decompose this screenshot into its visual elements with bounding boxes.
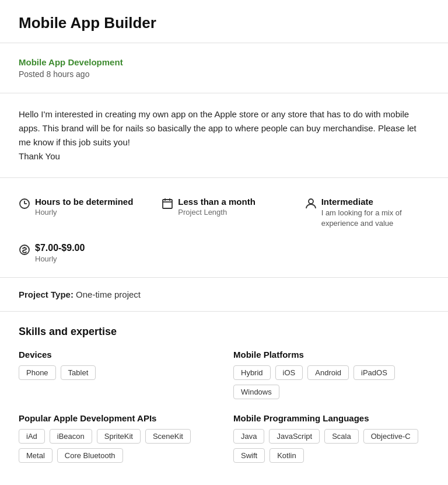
rate-row: $7.00-$9.00 Hourly xyxy=(19,243,429,263)
skill-group-title: Mobile Platforms xyxy=(233,350,429,360)
tag[interactable]: Tablet xyxy=(61,365,96,380)
tags-row: HybridiOSAndroidiPadOSWindows xyxy=(233,365,429,399)
project-type-value: One-time project xyxy=(76,289,141,299)
meta-hours-text: Hours to be determined Hourly xyxy=(35,197,133,217)
job-meta-row: Hours to be determined Hourly Less than … xyxy=(19,192,429,233)
tag[interactable]: Android xyxy=(307,365,349,380)
rate-text: $7.00-$9.00 Hourly xyxy=(35,243,85,263)
tag[interactable]: SpriteKit xyxy=(97,429,141,444)
meta-section: Hours to be determined Hourly Less than … xyxy=(0,178,448,278)
tag[interactable]: Hybrid xyxy=(233,365,271,380)
tag[interactable]: Windows xyxy=(233,385,279,399)
skill-group-right-1: Mobile Programming LanguagesJavaJavaScri… xyxy=(233,413,429,463)
svg-rect-3 xyxy=(163,200,172,208)
clock-icon xyxy=(19,197,30,211)
tag[interactable]: Phone xyxy=(19,365,56,380)
skill-group-right-0: Mobile PlatformsHybridiOSAndroidiPadOSWi… xyxy=(233,350,429,399)
meta-length: Less than a month Project Length xyxy=(162,197,286,217)
skill-group-left-1: Popular Apple Development APIsiAdiBeacon… xyxy=(19,413,215,463)
tag[interactable]: iBeacon xyxy=(50,429,92,444)
person-icon xyxy=(305,197,317,211)
skills-grid: DevicesPhoneTabletMobile PlatformsHybrid… xyxy=(19,350,429,463)
page-title: Mobile App Builder xyxy=(19,14,429,32)
skills-heading: Skills and expertise xyxy=(19,326,429,338)
page-header: Mobile App Builder xyxy=(0,0,448,43)
tags-row: PhoneTablet xyxy=(19,365,215,380)
calendar-icon xyxy=(162,197,173,211)
skill-group-title: Popular Apple Development APIs xyxy=(19,413,215,423)
skill-group-title: Devices xyxy=(19,350,215,360)
tag[interactable]: iAd xyxy=(19,429,45,444)
tag[interactable]: JavaScript xyxy=(269,429,320,444)
tag[interactable]: Objective-C xyxy=(363,429,418,444)
skill-group-title: Mobile Programming Languages xyxy=(233,413,429,423)
page-wrapper: Mobile App Builder Mobile App Developmen… xyxy=(0,0,448,485)
tag[interactable]: Scala xyxy=(324,429,359,444)
job-title-link[interactable]: Mobile App Development xyxy=(19,57,123,67)
skill-group-left-0: DevicesPhoneTablet xyxy=(19,350,215,399)
meta-hours: Hours to be determined Hourly xyxy=(19,197,143,217)
meta-length-text: Less than a month Project Length xyxy=(178,197,256,217)
tag[interactable]: Kotlin xyxy=(270,448,304,463)
tag[interactable]: Core Bluetooth xyxy=(57,448,123,463)
job-info-section: Mobile App Development Posted 8 hours ag… xyxy=(0,43,448,93)
meta-level-text: Intermediate I am looking for a mix of e… xyxy=(321,197,429,229)
project-type-label: Project Type: xyxy=(19,289,74,299)
tag[interactable]: iPadOS xyxy=(354,365,395,380)
svg-point-7 xyxy=(309,199,313,204)
tags-row: JavaJavaScriptScalaObjective-CSwiftKotli… xyxy=(233,429,429,463)
tags-row: iAdiBeaconSpriteKitSceneKitMetalCore Blu… xyxy=(19,429,215,463)
rate-icon xyxy=(19,243,30,257)
posted-time: Posted 8 hours ago xyxy=(19,69,429,79)
project-type-row: Project Type: One-time project xyxy=(0,278,448,312)
tag[interactable]: SceneKit xyxy=(145,429,191,444)
meta-level: Intermediate I am looking for a mix of e… xyxy=(305,197,429,229)
tag[interactable]: Java xyxy=(233,429,264,444)
tag[interactable]: iOS xyxy=(275,365,303,380)
tag[interactable]: Swift xyxy=(233,448,265,463)
tag[interactable]: Metal xyxy=(19,448,52,463)
skills-section: Skills and expertise DevicesPhoneTabletM… xyxy=(0,312,448,481)
description-section: Hello I'm interested in creating my own … xyxy=(0,93,448,178)
description-text: Hello I'm interested in creating my own … xyxy=(19,107,429,163)
